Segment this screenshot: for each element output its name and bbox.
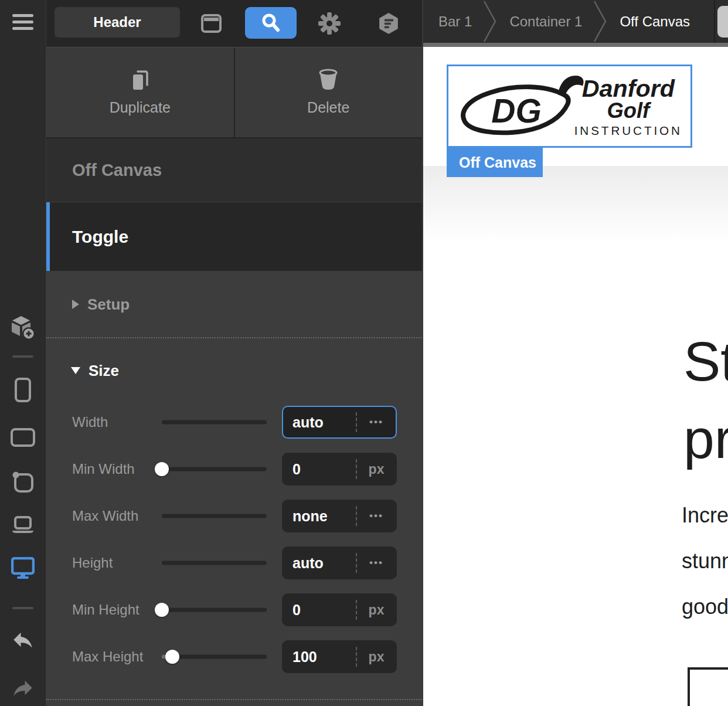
slider-thumb[interactable] <box>155 603 169 617</box>
min-width-input[interactable]: 0 px <box>282 453 397 486</box>
slider-thumb[interactable] <box>165 650 179 664</box>
page-paragraph-clipped[interactable]: Incre stunn good <box>682 493 728 630</box>
toolbar-divider <box>12 607 33 609</box>
max-width-input[interactable]: none ••• <box>282 500 397 532</box>
collapsed-arrow-icon <box>72 300 79 309</box>
min-width-slider[interactable] <box>162 462 267 476</box>
selection-badge: Off Canvas <box>447 148 543 177</box>
unit-px[interactable]: px <box>357 602 396 618</box>
search-icon <box>261 13 281 33</box>
tablet-rotate-icon[interactable] <box>11 469 35 494</box>
element-actions: Duplicate Delete <box>46 47 422 138</box>
svg-text:DG: DG <box>491 92 542 130</box>
preview-canvas: Bar 1 Container 1 Off Canvas DG Danford … <box>422 0 728 706</box>
control-row-max-height: Max Height 100 px <box>46 633 422 680</box>
outlined-button-element[interactable] <box>688 667 728 706</box>
breadcrumb-item-off-canvas[interactable]: Off Canvas <box>620 13 690 30</box>
max-width-label: Max Width <box>72 508 138 524</box>
toolbar-divider <box>12 355 33 358</box>
breadcrumb-chevron-icon <box>482 0 498 43</box>
unit-menu[interactable]: ••• <box>357 416 396 428</box>
breadcrumb-overflow-button[interactable] <box>717 6 728 38</box>
section-divider <box>46 337 422 338</box>
max-height-input[interactable]: 100 px <box>282 640 397 673</box>
selected-subelement-toggle[interactable]: Toggle <box>46 202 422 271</box>
desktop-icon-active[interactable] <box>11 557 35 579</box>
header-selector-button[interactable]: Header <box>55 7 180 38</box>
trash-icon <box>318 69 338 91</box>
inspector-title-bar: Off Canvas <box>46 138 422 202</box>
unit-px[interactable]: px <box>357 649 396 665</box>
redo-icon[interactable] <box>11 676 35 700</box>
breadcrumb-end-divider <box>714 0 715 43</box>
width-input[interactable]: auto ••• <box>282 406 397 439</box>
danford-golf-logo: DG Danford Golf INSTRUCTION <box>448 66 690 146</box>
slider-thumb[interactable] <box>155 462 169 476</box>
min-height-input[interactable]: 0 px <box>282 593 397 626</box>
page-preview: DG Danford Golf INSTRUCTION Off Canvas S… <box>423 47 728 706</box>
max-height-label: Max Height <box>72 649 143 665</box>
breadcrumb-item-container1[interactable]: Container 1 <box>509 13 582 30</box>
undo-icon[interactable] <box>11 627 35 652</box>
min-height-slider[interactable] <box>162 603 267 617</box>
delete-label: Delete <box>307 99 349 116</box>
control-row-height: Height auto ••• <box>46 539 422 586</box>
search-button-active[interactable] <box>245 7 297 39</box>
size-controls: Width auto ••• Min Width <box>46 399 422 680</box>
theme-options-hexagon-icon[interactable] <box>378 12 399 35</box>
unit-menu[interactable]: ••• <box>357 510 396 522</box>
page-heading-clipped[interactable]: St pr <box>683 323 728 477</box>
control-row-width: Width auto ••• <box>46 399 422 446</box>
max-width-slider[interactable] <box>162 509 267 523</box>
max-height-slider[interactable] <box>162 650 267 664</box>
duplicate-icon <box>131 69 149 91</box>
inspector-title: Off Canvas <box>72 161 162 180</box>
min-height-label: Min Height <box>72 602 140 618</box>
phone-portrait-icon[interactable] <box>12 378 34 402</box>
breadcrumb-chevron-icon <box>593 0 608 43</box>
size-label: Size <box>89 362 119 380</box>
section-setup[interactable]: Setup <box>46 286 422 323</box>
breadcrumb-item-bar1[interactable]: Bar 1 <box>438 13 472 30</box>
control-row-min-width: Min Width 0 px <box>46 446 422 493</box>
toggle-label: Toggle <box>72 227 128 247</box>
control-row-max-width: Max Width none ••• <box>46 493 422 539</box>
width-label: Width <box>72 414 108 430</box>
min-width-label: Min Width <box>72 461 135 477</box>
layout-window-icon[interactable] <box>201 13 222 33</box>
hamburger-menu-icon[interactable] <box>11 13 35 32</box>
delete-button[interactable]: Delete <box>234 47 423 137</box>
breadcrumb: Bar 1 Container 1 Off Canvas <box>423 0 728 47</box>
duplicate-button[interactable]: Duplicate <box>46 47 234 137</box>
section-divider <box>46 699 422 700</box>
panel-topbar: Header <box>46 0 422 47</box>
settings-gear-icon[interactable] <box>318 12 341 35</box>
inspector-panel: Header <box>46 0 422 706</box>
settings-sections: Setup Size Width auto ••• <box>46 271 422 706</box>
unit-px[interactable]: px <box>357 461 396 477</box>
selected-logo-element[interactable]: DG Danford Golf INSTRUCTION <box>447 65 692 148</box>
duplicate-label: Duplicate <box>110 99 171 116</box>
height-input[interactable]: auto ••• <box>282 547 397 579</box>
height-label: Height <box>72 555 113 571</box>
phone-landscape-icon[interactable] <box>11 426 35 449</box>
left-toolbar <box>0 0 46 706</box>
expanded-arrow-icon <box>71 367 80 374</box>
selection-badge-label: Off Canvas <box>459 154 536 171</box>
height-slider[interactable] <box>162 556 267 570</box>
svg-text:Golf: Golf <box>607 99 652 123</box>
add-element-icon[interactable] <box>11 315 35 340</box>
setup-label: Setup <box>87 296 130 314</box>
svg-text:INSTRUCTION: INSTRUCTION <box>574 124 682 137</box>
header-shadow-gradient <box>423 166 728 242</box>
control-row-min-height: Min Height 0 px <box>46 586 422 633</box>
unit-menu[interactable]: ••• <box>357 557 396 569</box>
section-size[interactable]: Size <box>46 352 422 389</box>
laptop-icon[interactable] <box>11 516 35 535</box>
width-slider[interactable] <box>162 415 267 429</box>
